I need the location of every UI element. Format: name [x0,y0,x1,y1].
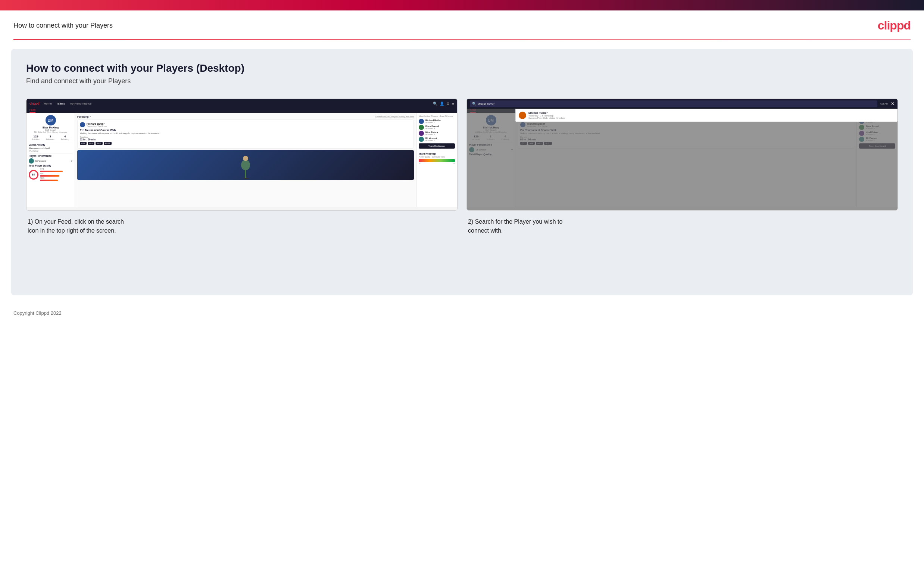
following-row: Following ▾ Control who can see your act… [77,115,414,118]
post-header: Richard Butler Yesterday · The Grove [80,122,411,127]
nav-icons: 🔍 👤 ⚙ ● [433,102,454,106]
tag-arg: ARG [95,142,103,145]
page-title: How to connect with your Players [13,22,113,29]
tab-feed[interactable]: Feed [29,109,36,113]
quality-score-row: 84 OTT APP ARG [29,168,73,181]
player-hiral: Hiral Pujara Activities: 3 [419,131,455,136]
main-subheading: Find and connect with your Players [26,77,898,85]
post-card: Richard Butler Yesterday · The Grove Pre… [77,120,414,149]
post-avatar [80,122,85,127]
tag-ott: OTT [80,142,87,145]
player-3-avatar [419,131,424,136]
player-2-acts: Activities: 4 [426,127,455,130]
player-2-info: Piers Parnell Activities: 4 [426,125,455,130]
heatmap-title: Team Heatmap [419,153,455,155]
arg-bar [40,180,58,181]
tag-app: APP [88,142,94,145]
player-select-row: Eli Vincent ▾ [29,158,73,164]
heatmap-max: +5 [453,162,455,165]
player-2-avatar [419,125,424,130]
profile-name: Blair McHarg [29,126,73,129]
close-search-button[interactable]: ✕ [891,101,895,106]
player-1-acts: Activities: 7 [426,121,455,123]
clear-button[interactable]: CLEAR [880,103,888,105]
quality-score: 84 [29,170,39,180]
result-name: Marcus Turner [528,111,565,115]
total-quality-label: Total Player Quality [29,164,73,167]
control-link[interactable]: Control who can see your activity and da… [375,115,414,118]
svg-point-1 [243,156,248,161]
following-chevron: ▾ [89,115,91,118]
svg-rect-3 [244,178,249,179]
following-label: Following [77,115,89,118]
post-duration: 02 hr : 00 min [80,138,411,141]
mini-body: BM Blair McHarg Golf Coach Mill Ride Gol… [26,113,457,207]
dropdown-icon[interactable]: ▾ [71,159,73,163]
mini-profile: BM Blair McHarg Golf Coach Mill Ride Gol… [29,115,73,133]
ott-bar-label: OTT [40,168,73,170]
caption-2: 2) Search for the Player you wish toconn… [466,217,898,235]
nav-teams[interactable]: Teams [57,102,65,105]
heatmap-sub: Player Quality · 20 Round Trend [419,156,455,158]
player-4-avatar [419,136,424,142]
player-1-info: Richard Butler Activities: 7 [426,119,455,123]
tag-putt: PUTT [104,142,112,145]
heatmap-min: -5 [419,162,420,165]
screenshots-row: clippd Home Teams My Performance 🔍 👤 ⚙ ● [26,99,898,235]
search-query-text: Marcus Turner [478,103,494,105]
search-input-wrapper: 🔍 Marcus Turner [470,101,877,107]
divider-2 [29,153,73,153]
heatmap-labels: -5 +5 [419,162,455,165]
stat-followers: 3 Followers [46,135,54,140]
nav-performance[interactable]: My Performance [70,102,91,105]
player-1-avatar [419,119,424,124]
latest-activity-label: Latest Activity [29,143,73,146]
top-bar [0,0,924,10]
player-select-avatar [29,158,34,164]
mini-app-1: clippd Home Teams My Performance 🔍 👤 ⚙ ● [26,99,457,210]
following-btn[interactable]: Following ▾ [77,115,91,118]
result-info: Marcus Turner Yesterday · 1-5 Handicap C… [528,111,565,119]
ott-bar [40,170,63,172]
search-bar: 🔍 Marcus Turner CLEAR ✕ [467,99,898,109]
player-eli: Eli Vincent Activities: 1 [419,136,455,142]
mini-left-panel: BM Blair McHarg Golf Coach Mill Ride Gol… [26,113,75,207]
team-dashboard-btn[interactable]: Team Dashboard [419,143,455,149]
post-body: Walking the course with my coach to buil… [80,132,411,135]
main-heading: How to connect with your Players (Deskto… [26,62,898,74]
golfer-svg [231,154,261,180]
profile-avatar: BM [45,115,56,125]
svg-point-0 [241,160,250,170]
search-result-marcus[interactable]: Marcus Turner Yesterday · 1-5 Handicap C… [516,109,897,122]
divider-1 [29,142,73,142]
header-divider [13,39,911,40]
screenshot-frame-2: clippd Home Teams My Performance 🔍 👤 ⚙ ●… [466,99,898,211]
player-performance-label: Player Performance [29,154,73,157]
stat-following: 4 Following [61,135,69,140]
latest-activity-date: 27 Jul 2022 [29,150,73,152]
stat-activities: 129 Activities [32,135,40,140]
player-piers: Piers Parnell Activities: 4 [419,125,455,130]
mini-app-2: clippd Home Teams My Performance 🔍 👤 ⚙ ●… [467,99,898,210]
result-club: Cypress Point Club, United Kingdom [528,117,565,119]
caption-1: 1) On your Feed, click on the searchicon… [26,217,458,235]
mini-logo: clippd [29,102,40,105]
post-title: Pre Tournament Course Walk [80,129,411,132]
player-select-name: Eli Vincent [36,160,70,162]
nav-home[interactable]: Home [44,102,52,105]
avatar-icon[interactable]: ● [452,102,454,106]
heatmap-bar [419,159,455,162]
mini-right-panel: Most Active Players - Last 30 days Richa… [416,113,457,207]
profile-club: Mill Ride Golf Club, United Kingdom [29,131,73,133]
logo: clippd [878,19,911,32]
post-image [77,150,414,180]
post-author-sub: Yesterday · The Grove [87,125,107,127]
arg-bar-label: ARG [40,177,73,179]
search-icon-overlay: 🔍 [472,102,476,106]
header: How to connect with your Players clippd [0,10,924,39]
search-icon[interactable]: 🔍 [433,102,437,106]
settings-icon[interactable]: ⚙ [446,102,450,106]
app-bar-label: APP [40,172,73,175]
user-icon[interactable]: 👤 [440,102,444,106]
player-richard: Richard Butler Activities: 7 [419,119,455,124]
